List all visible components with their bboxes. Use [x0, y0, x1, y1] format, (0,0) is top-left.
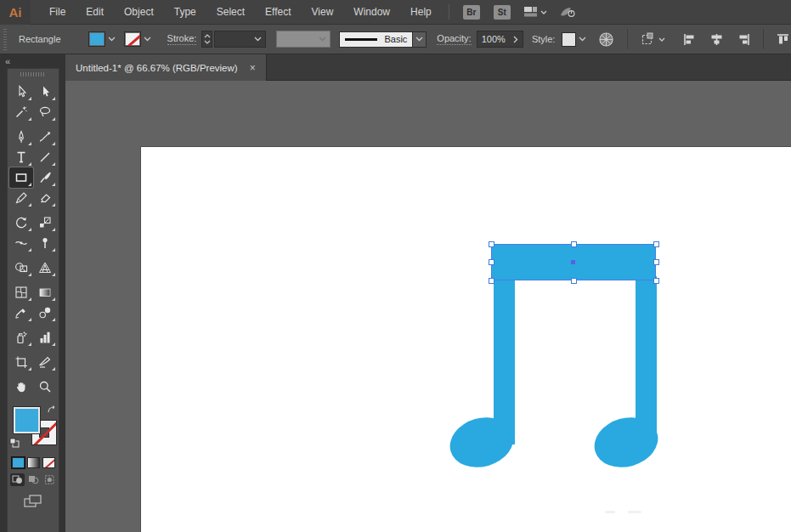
selection-center-point[interactable]	[571, 260, 575, 264]
lasso-tool[interactable]	[33, 102, 57, 122]
stroke-color-swatch[interactable]	[124, 31, 141, 47]
chevron-down-icon[interactable]	[579, 37, 586, 42]
column-graph-tool-icon	[38, 331, 52, 344]
menu-effect[interactable]: Effect	[255, 0, 301, 25]
stroke-weight-dropdown[interactable]	[214, 31, 266, 48]
selection-handle-top-left[interactable]	[489, 241, 494, 247]
selection-handle-middle-right[interactable]	[653, 259, 659, 265]
scale-tool[interactable]	[33, 212, 57, 233]
selection-tool[interactable]	[9, 82, 33, 102]
stroke-weight-stepper[interactable]	[201, 31, 212, 48]
workspace-switcher[interactable]	[523, 6, 547, 18]
none-mode-button[interactable]	[42, 457, 55, 468]
controlbar-grip[interactable]	[3, 28, 7, 50]
mesh-tool[interactable]	[9, 282, 33, 303]
menu-type[interactable]: Type	[164, 0, 206, 25]
draw-inside-button[interactable]	[42, 473, 57, 486]
align-center-button[interactable]	[709, 33, 724, 46]
menu-view[interactable]: View	[302, 0, 344, 25]
align-right-button[interactable]	[736, 33, 750, 46]
selection-handle-bottom-center[interactable]	[571, 278, 577, 284]
stroke-color-control[interactable]	[124, 31, 151, 47]
hand-tool[interactable]	[9, 376, 33, 397]
panel-grip[interactable]	[20, 72, 46, 76]
selection-handle-top-center[interactable]	[571, 241, 577, 247]
controlbar-separator	[763, 29, 764, 49]
menu-window[interactable]: Window	[343, 0, 400, 25]
selection-handle-bottom-right[interactable]	[653, 278, 659, 284]
selection-handle-top-right[interactable]	[653, 241, 659, 247]
gradient-mode-button[interactable]	[27, 457, 40, 468]
rotate-tool[interactable]	[9, 212, 33, 233]
align-top-button[interactable]	[777, 33, 791, 46]
align-left-button[interactable]	[683, 33, 698, 46]
pen-tool[interactable]	[9, 127, 33, 147]
menu-object[interactable]: Object	[114, 0, 164, 25]
chevron-down-icon[interactable]	[144, 37, 151, 42]
fill-color-control[interactable]	[88, 31, 116, 47]
fill-color-indicator[interactable]	[13, 406, 41, 434]
chevron-down-icon[interactable]	[415, 37, 423, 42]
tab-close-button[interactable]: ×	[250, 62, 256, 74]
menu-help[interactable]: Help	[400, 0, 442, 25]
opacity-field[interactable]: 100%	[477, 31, 523, 48]
menu-select[interactable]: Select	[206, 0, 255, 25]
artboard-tool[interactable]	[9, 352, 33, 372]
menu-edit[interactable]: Edit	[76, 0, 114, 25]
symbol-sprayer-tool[interactable]	[9, 327, 33, 348]
stock-button[interactable]: St	[494, 5, 511, 20]
selection-handle-bottom-left[interactable]	[489, 278, 494, 284]
style-control[interactable]	[562, 32, 586, 47]
brush-definition-control[interactable]: Basic	[331, 31, 427, 48]
brush-definition-dropdown[interactable]	[413, 31, 427, 48]
tool-group-build	[9, 258, 57, 278]
magic-wand-tool[interactable]	[9, 102, 33, 122]
puppet-warp-tool[interactable]	[33, 233, 57, 253]
stepper-up-icon[interactable]	[204, 34, 211, 38]
recolor-artwork-button[interactable]	[598, 31, 614, 48]
default-fill-stroke-button[interactable]	[9, 438, 20, 450]
gradient-tool[interactable]	[33, 282, 57, 303]
collapse-panel-button[interactable]: «	[0, 54, 65, 68]
selection-handle-middle-left[interactable]	[489, 259, 494, 265]
shape-builder-tool[interactable]	[9, 258, 33, 278]
scale-tool-icon	[38, 216, 52, 229]
menu-file[interactable]: File	[39, 0, 76, 25]
swap-fill-stroke-button[interactable]	[46, 405, 57, 417]
shaper-tool-icon	[14, 191, 28, 205]
shape-properties-button[interactable]	[641, 31, 665, 47]
curvature-tool[interactable]	[33, 127, 57, 147]
rectangle-tool[interactable]	[9, 167, 33, 188]
draw-behind-button[interactable]	[26, 473, 41, 486]
stepper-down-icon[interactable]	[204, 40, 211, 44]
shaper-tool[interactable]	[9, 188, 33, 208]
column-graph-tool[interactable]	[33, 327, 57, 348]
paintbrush-tool[interactable]	[33, 167, 57, 188]
chevron-down-icon[interactable]	[254, 37, 262, 42]
gpu-performance-button[interactable]	[559, 5, 576, 19]
screen-mode-button[interactable]	[8, 495, 59, 508]
zoom-tool[interactable]	[33, 376, 57, 397]
chevron-down-icon[interactable]	[108, 37, 116, 42]
direct-selection-tool[interactable]	[33, 82, 57, 102]
width-tool[interactable]	[9, 233, 33, 253]
document-tab[interactable]: Untitled-1* @ 66.67% (RGB/Preview) ×	[65, 54, 267, 81]
line-segment-tool[interactable]	[33, 147, 57, 167]
bridge-button[interactable]: Br	[463, 5, 480, 20]
opacity-panel-link[interactable]: Opacity:	[437, 33, 471, 45]
slice-tool[interactable]	[33, 352, 57, 372]
type-tool[interactable]	[9, 147, 33, 167]
workspace-layout-icon	[523, 6, 538, 18]
fill-color-swatch[interactable]	[88, 31, 105, 47]
eraser-tool[interactable]	[33, 188, 57, 208]
style-swatch[interactable]	[562, 32, 576, 47]
draw-normal-button[interactable]	[10, 473, 25, 486]
tool-group-transform	[9, 212, 57, 253]
chevron-right-icon[interactable]	[513, 36, 518, 43]
eyedropper-tool[interactable]	[9, 303, 33, 323]
perspective-grid-tool[interactable]	[33, 258, 57, 278]
stroke-panel-link[interactable]: Stroke:	[167, 33, 197, 45]
color-mode-button[interactable]	[12, 457, 25, 468]
blend-tool[interactable]	[33, 303, 57, 323]
brush-definition-field[interactable]: Basic	[339, 31, 413, 48]
